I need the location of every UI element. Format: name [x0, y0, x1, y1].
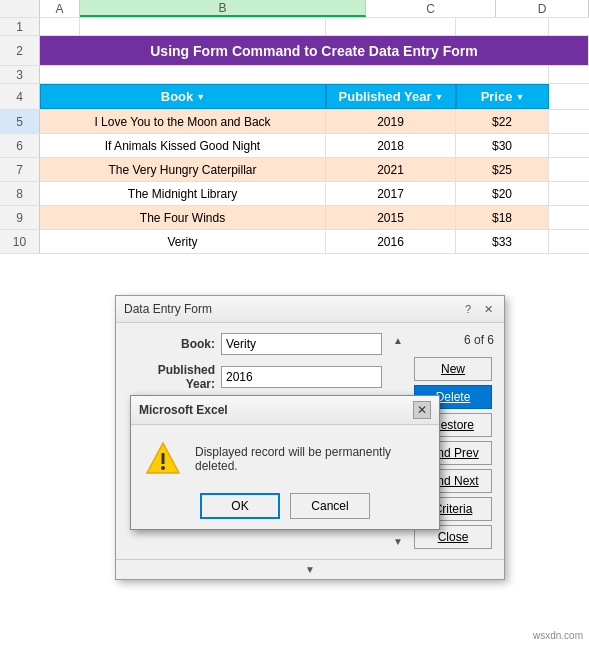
cell-book-8: The Midnight Library [40, 182, 326, 205]
row-num-10: 10 [0, 230, 40, 253]
col-header-c: C [366, 0, 496, 17]
excel-ok-button[interactable]: OK [200, 493, 280, 519]
book-field-input[interactable] [221, 333, 382, 355]
cell-d1 [456, 18, 549, 35]
cell-price-7: $25 [456, 158, 549, 181]
cell-c1 [326, 18, 456, 35]
title-cell: Using Form Command to Create Data Entry … [40, 36, 589, 65]
col-header-d: D [496, 0, 589, 17]
cell-year-5: 2019 [326, 110, 456, 133]
cell-price-8: $20 [456, 182, 549, 205]
row-3: 3 [0, 66, 589, 84]
excel-dialog-buttons: OK Cancel [145, 493, 425, 519]
scroll-up-arrow[interactable]: ▲ [391, 333, 405, 348]
book-field-row: Book: [126, 333, 382, 355]
cell-b3 [40, 66, 549, 83]
row-1: 1 [0, 18, 589, 36]
book-field-label: Book: [126, 337, 221, 351]
year-field-input[interactable] [221, 366, 382, 388]
record-info: 6 of 6 [414, 333, 494, 347]
row-num-8: 8 [0, 182, 40, 205]
header-year[interactable]: Published Year ▼ [326, 84, 456, 109]
dialog-title-buttons: ? ✕ [460, 301, 496, 317]
header-price[interactable]: Price ▼ [456, 84, 549, 109]
cell-price-6: $30 [456, 134, 549, 157]
header-year-label: Published Year [339, 89, 432, 104]
watermark: wsxdn.com [533, 630, 583, 641]
cell-year-7: 2021 [326, 158, 456, 181]
row-num-7: 7 [0, 158, 40, 181]
corner-cell [0, 0, 40, 17]
row-num-1: 1 [0, 18, 40, 35]
row-7: 7 The Very Hungry Caterpillar 2021 $25 [0, 158, 589, 182]
dialog-scroll-bottom: ▼ [116, 559, 504, 579]
cell-year-9: 2015 [326, 206, 456, 229]
scroll-bottom-arrow[interactable]: ▼ [305, 564, 315, 575]
excel-dialog-titlebar: Microsoft Excel ✕ [131, 396, 439, 425]
col-header-a: A [40, 0, 80, 17]
row-num-5: 5 [0, 110, 40, 133]
new-button[interactable]: New [414, 357, 492, 381]
cell-year-6: 2018 [326, 134, 456, 157]
row-2: 2 Using Form Command to Create Data Entr… [0, 36, 589, 66]
excel-dialog-message: Displayed record will be permanently del… [195, 445, 425, 473]
excel-dialog-content: Displayed record will be permanently del… [145, 441, 425, 477]
row-10: 10 Verity 2016 $33 [0, 230, 589, 254]
row-5: 5 I Love You to the Moon and Back 2019 $… [0, 110, 589, 134]
header-price-label: Price [481, 89, 513, 104]
col-letters-row: A B C D [0, 0, 589, 18]
dialog-title: Data Entry Form [124, 302, 212, 316]
spreadsheet: A B C D 1 2 Using Form Command to Create… [0, 0, 589, 254]
dialog-help-button[interactable]: ? [460, 301, 476, 317]
col-header-b: B [80, 0, 366, 17]
excel-dialog-close-button[interactable]: ✕ [413, 401, 431, 419]
row-num-4: 4 [0, 84, 40, 109]
dialog-close-x-button[interactable]: ✕ [480, 301, 496, 317]
row-4: 4 Book ▼ Published Year ▼ Price ▼ [0, 84, 589, 110]
cell-price-9: $18 [456, 206, 549, 229]
svg-point-2 [161, 466, 165, 470]
cell-book-5: I Love You to the Moon and Back [40, 110, 326, 133]
cell-price-5: $22 [456, 110, 549, 133]
header-book-label: Book [161, 89, 194, 104]
cell-b1 [80, 18, 326, 35]
dialog-titlebar: Data Entry Form ? ✕ [116, 296, 504, 323]
row-num-9: 9 [0, 206, 40, 229]
cell-book-10: Verity [40, 230, 326, 253]
row-9: 9 The Four Winds 2015 $18 [0, 206, 589, 230]
row-6: 6 If Animals Kissed Good Night 2018 $30 [0, 134, 589, 158]
excel-confirm-dialog[interactable]: Microsoft Excel ✕ Displayed record will … [130, 395, 440, 530]
cell-a1 [40, 18, 80, 35]
cell-year-8: 2017 [326, 182, 456, 205]
cell-book-7: The Very Hungry Caterpillar [40, 158, 326, 181]
cell-year-10: 2016 [326, 230, 456, 253]
row-8: 8 The Midnight Library 2017 $20 [0, 182, 589, 206]
row-num-3: 3 [0, 66, 40, 83]
excel-cancel-button[interactable]: Cancel [290, 493, 370, 519]
excel-dialog-body: Displayed record will be permanently del… [131, 425, 439, 529]
excel-dialog-title: Microsoft Excel [139, 403, 228, 417]
header-book[interactable]: Book ▼ [40, 84, 326, 109]
year-field-row: Published Year: [126, 363, 382, 391]
year-dropdown-arrow[interactable]: ▼ [435, 92, 444, 102]
svg-rect-1 [162, 453, 165, 464]
warning-icon [145, 441, 181, 477]
book-dropdown-arrow[interactable]: ▼ [196, 92, 205, 102]
row-num-6: 6 [0, 134, 40, 157]
cell-book-6: If Animals Kissed Good Night [40, 134, 326, 157]
scroll-down-arrow[interactable]: ▼ [391, 534, 405, 549]
cell-price-10: $33 [456, 230, 549, 253]
row-num-2: 2 [0, 36, 40, 65]
year-field-label: Published Year: [126, 363, 221, 391]
cell-book-9: The Four Winds [40, 206, 326, 229]
price-dropdown-arrow[interactable]: ▼ [515, 92, 524, 102]
